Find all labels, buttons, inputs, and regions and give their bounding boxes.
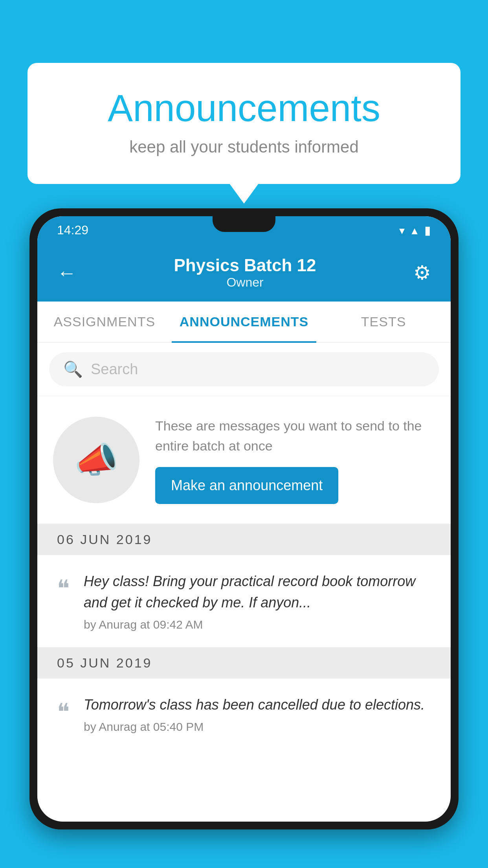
speech-bubble-subtitle: keep all your students informed xyxy=(59,138,429,156)
announcement-content-1: Hey class! Bring your practical record b… xyxy=(84,571,431,631)
phone-container: 14:29 ← Physics Batch 12 Owner ⚙ xyxy=(29,208,459,868)
speech-bubble-container: Announcements keep all your students inf… xyxy=(28,63,460,184)
speech-bubble: Announcements keep all your students inf… xyxy=(28,63,460,184)
battery-icon xyxy=(424,223,431,237)
make-announcement-button[interactable]: Make an announcement xyxy=(155,467,338,504)
tab-tests[interactable]: TESTS xyxy=(316,302,451,342)
prompt-description: These are messages you want to send to t… xyxy=(155,416,435,456)
quote-icon-1: ❝ xyxy=(57,575,70,602)
phone-notch xyxy=(213,216,275,232)
tab-assignments[interactable]: ASSIGNMENTS xyxy=(37,302,172,342)
signal-icon xyxy=(409,223,420,237)
announcement-item-2[interactable]: ❝ Tomorrow's class has been cancelled du… xyxy=(37,679,451,749)
tab-announcements[interactable]: ANNOUNCEMENTS xyxy=(172,302,316,342)
megaphone-icon: 📣 xyxy=(74,440,118,481)
search-container: 🔍 Search xyxy=(37,343,451,396)
quote-icon-2: ❝ xyxy=(57,698,70,726)
settings-icon[interactable]: ⚙ xyxy=(413,261,431,284)
search-icon: 🔍 xyxy=(63,360,83,379)
announcement-text-2: Tomorrow's class has been cancelled due … xyxy=(84,694,431,715)
date-label-2: 05 JUN 2019 xyxy=(57,655,152,670)
speech-bubble-title: Announcements xyxy=(59,86,429,130)
announcement-item-1[interactable]: ❝ Hey class! Bring your practical record… xyxy=(37,555,451,647)
wifi-icon xyxy=(399,223,405,237)
announcement-prompt: 📣 These are messages you want to send to… xyxy=(37,396,451,524)
tabs-bar: ASSIGNMENTS ANNOUNCEMENTS TESTS xyxy=(37,302,451,343)
header-center: Physics Batch 12 Owner xyxy=(174,256,316,290)
date-section-2: 05 JUN 2019 xyxy=(37,647,451,679)
phone-frame: 14:29 ← Physics Batch 12 Owner ⚙ xyxy=(29,208,459,829)
announcement-meta-2: by Anurag at 05:40 PM xyxy=(84,720,431,734)
app-header: ← Physics Batch 12 Owner ⚙ xyxy=(37,244,451,302)
announcement-content-2: Tomorrow's class has been cancelled due … xyxy=(84,694,431,734)
status-time: 14:29 xyxy=(57,223,88,237)
back-button[interactable]: ← xyxy=(57,261,77,284)
phone-screen: 14:29 ← Physics Batch 12 Owner ⚙ xyxy=(37,216,451,822)
date-label-1: 06 JUN 2019 xyxy=(57,532,152,547)
announcement-meta-1: by Anurag at 09:42 AM xyxy=(84,618,431,631)
date-section-1: 06 JUN 2019 xyxy=(37,524,451,555)
megaphone-circle: 📣 xyxy=(53,417,139,503)
announcement-text-1: Hey class! Bring your practical record b… xyxy=(84,571,431,613)
batch-title: Physics Batch 12 xyxy=(174,256,316,275)
search-bar[interactable]: 🔍 Search xyxy=(49,352,439,386)
search-placeholder: Search xyxy=(91,361,138,378)
owner-label: Owner xyxy=(174,275,316,290)
prompt-content: These are messages you want to send to t… xyxy=(155,416,435,504)
status-icons xyxy=(399,223,431,237)
